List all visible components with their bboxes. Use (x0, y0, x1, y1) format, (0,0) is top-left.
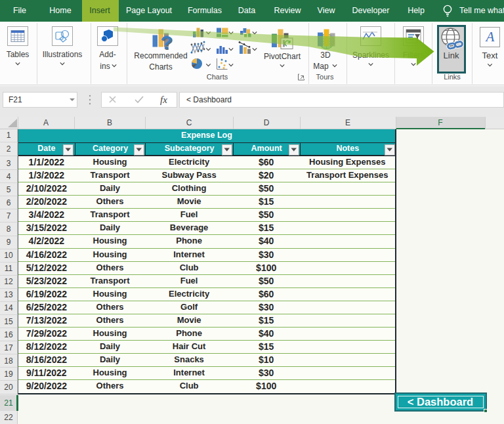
svg-text:A: A (485, 29, 495, 45)
svg-text:fx: fx (160, 95, 167, 105)
